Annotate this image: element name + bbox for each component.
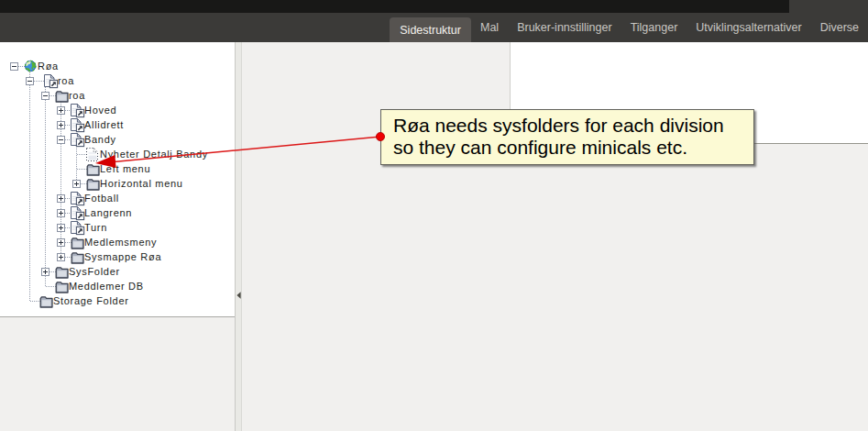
tree-node-nyheter-detalj-bandy[interactable]: Nyheter Detalj Bandy bbox=[0, 147, 235, 161]
expand-plus-icon[interactable] bbox=[57, 209, 65, 217]
tab-strip: SidestrukturMalBruker-innstillingerTilga… bbox=[390, 13, 868, 42]
tab-mal[interactable]: Mal bbox=[471, 13, 508, 42]
folder-icon bbox=[71, 250, 85, 265]
annotation-text-line1: Røa needs sysfolders for each division bbox=[393, 115, 744, 137]
annotation-text-line2: so they can configure minicals etc. bbox=[393, 137, 744, 159]
tree-node-bandy[interactable]: Bandy bbox=[0, 132, 235, 147]
tree-node-label[interactable]: Storage Folder bbox=[53, 294, 129, 307]
collapse-minus-icon[interactable] bbox=[57, 136, 65, 144]
tree-node-label[interactable]: roa bbox=[58, 74, 74, 87]
tree-node-roa[interactable]: roa bbox=[0, 88, 235, 103]
tree-node-label[interactable]: Fotball bbox=[84, 192, 119, 204]
expand-plus-icon[interactable] bbox=[57, 224, 65, 232]
page-shortcut-icon bbox=[44, 74, 59, 89]
tree-node-turn[interactable]: Turn bbox=[0, 220, 235, 235]
page-shortcut-icon bbox=[71, 206, 85, 221]
tree-node-left-menu[interactable]: Left menu bbox=[0, 161, 235, 176]
page-shortcut-icon bbox=[71, 221, 85, 236]
folder-icon bbox=[39, 294, 54, 309]
tree-node-hoved[interactable]: Hoved bbox=[0, 103, 235, 117]
tree-node-label[interactable]: Allidrett bbox=[84, 118, 124, 131]
page-tree-panel: RøaroaroaHovedAllidrettBandyNyheter Deta… bbox=[0, 42, 235, 317]
annotation-note: Røa needs sysfolders for each division s… bbox=[380, 109, 754, 165]
folder-icon bbox=[55, 280, 70, 294]
tree-node-roa[interactable]: roa bbox=[0, 73, 235, 88]
tree-node-medlemsmeny[interactable]: Medlemsmeny bbox=[0, 235, 235, 249]
tab-sidestruktur[interactable]: Sidestruktur bbox=[390, 17, 471, 42]
expand-plus-icon[interactable] bbox=[57, 253, 65, 261]
expand-plus-icon[interactable] bbox=[72, 180, 81, 188]
folder-icon bbox=[55, 265, 70, 280]
tab-bruker-innstillinger[interactable]: Bruker-innstillinger bbox=[508, 13, 621, 42]
folder-icon bbox=[55, 89, 70, 104]
folder-icon bbox=[86, 162, 101, 177]
tree-node-label[interactable]: Horizontal menu bbox=[100, 177, 183, 190]
tree-node-horizontal-menu[interactable]: Horizontal menu bbox=[0, 176, 235, 191]
expand-plus-icon[interactable] bbox=[57, 238, 65, 247]
top-black-bar bbox=[0, 0, 789, 13]
tree-node-storage-folder[interactable]: Storage Folder bbox=[0, 293, 235, 308]
collapse-minus-icon[interactable] bbox=[26, 77, 34, 85]
top-tab-bar: SidestrukturMalBruker-innstillingerTilga… bbox=[0, 0, 868, 42]
folder-icon bbox=[86, 177, 101, 192]
collapse-panel-icon[interactable] bbox=[236, 292, 241, 299]
tree-node-label[interactable]: Nyheter Detalj Bandy bbox=[100, 148, 208, 160]
globe-icon bbox=[24, 60, 38, 73]
expand-plus-icon[interactable] bbox=[57, 106, 65, 115]
tree-node-label[interactable]: Turn bbox=[84, 221, 107, 234]
tree-node-meddlemer-db[interactable]: Meddlemer DB bbox=[0, 279, 235, 293]
tree-node-sysfolder[interactable]: SysFolder bbox=[0, 264, 235, 279]
tree-node-allidrett[interactable]: Allidrett bbox=[0, 117, 235, 132]
page-shortcut-icon bbox=[71, 192, 85, 206]
tree-node-label[interactable]: Hoved bbox=[84, 104, 116, 116]
tab-tilganger[interactable]: Tilganger bbox=[621, 13, 687, 42]
panel-splitter[interactable] bbox=[235, 42, 242, 431]
page-shortcut-icon bbox=[71, 133, 85, 148]
tree-node-langrenn[interactable]: Langrenn bbox=[0, 205, 235, 220]
page-shortcut-icon bbox=[71, 118, 85, 133]
tree-node-label[interactable]: Medlemsmeny bbox=[84, 236, 157, 249]
tab-diverse[interactable]: Diverse bbox=[811, 13, 868, 42]
tree-node-label[interactable]: Bandy bbox=[84, 133, 116, 146]
tree-node-label[interactable]: Sysmappe Røa bbox=[84, 250, 161, 263]
expand-plus-icon[interactable] bbox=[41, 268, 49, 276]
tree-node-label[interactable]: Røa bbox=[38, 60, 59, 72]
tree-node-label[interactable]: Meddlemer DB bbox=[69, 280, 144, 293]
folder-icon bbox=[71, 236, 85, 250]
expand-plus-icon[interactable] bbox=[57, 194, 65, 203]
page-shortcut-icon bbox=[71, 104, 85, 118]
collapse-minus-icon[interactable] bbox=[10, 62, 18, 71]
ghost-page-icon bbox=[86, 148, 101, 162]
tab-utviklingsalternativer[interactable]: Utviklingsalternativer bbox=[687, 13, 810, 42]
collapse-minus-icon[interactable] bbox=[41, 92, 49, 100]
tree-node-label[interactable]: Left menu bbox=[100, 162, 150, 175]
tree-node-sysmappe-r-a[interactable]: Sysmappe Røa bbox=[0, 249, 235, 264]
tree-node-fotball[interactable]: Fotball bbox=[0, 191, 235, 205]
tree-node-label[interactable]: SysFolder bbox=[69, 265, 120, 278]
expand-plus-icon[interactable] bbox=[57, 121, 65, 129]
tree-node-label[interactable]: roa bbox=[69, 89, 85, 102]
tree-node-label[interactable]: Langrenn bbox=[84, 206, 132, 219]
tree-node-r-a[interactable]: Røa bbox=[0, 59, 235, 73]
